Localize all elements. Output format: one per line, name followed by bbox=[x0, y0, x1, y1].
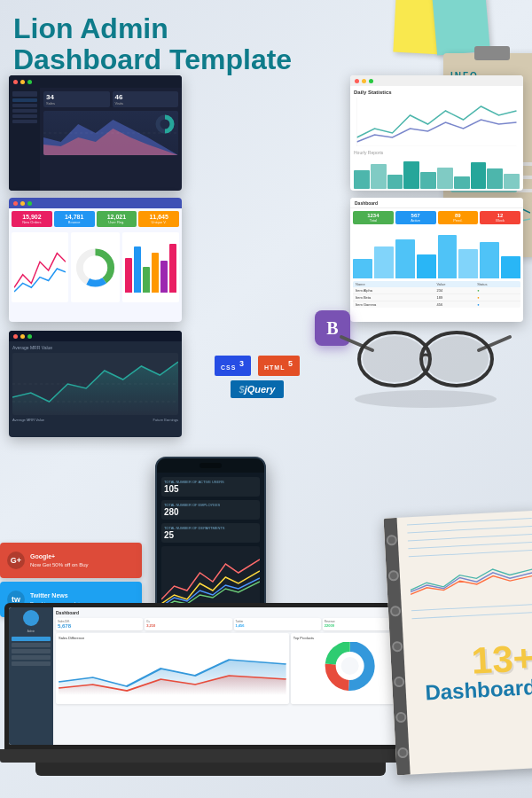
title-line2: Dashboard Template bbox=[13, 44, 292, 75]
dot-yellow bbox=[20, 334, 25, 339]
light-line-chart bbox=[354, 98, 520, 146]
laptop-main-chart: Sales Difference bbox=[56, 633, 289, 704]
lap-stat-1: Sales Diff. 5,678 bbox=[56, 618, 143, 630]
dot-red bbox=[13, 80, 18, 84]
dot-red bbox=[355, 79, 359, 83]
light-bar-chart bbox=[354, 158, 520, 189]
glasses-svg bbox=[337, 284, 514, 443]
laptop-title: Dashboard bbox=[56, 610, 79, 615]
laptop-menu-item bbox=[12, 643, 51, 647]
title-block: Lion Admin Dashboard Template bbox=[13, 13, 292, 75]
laptop-base bbox=[0, 749, 421, 763]
dark-chart bbox=[43, 111, 178, 155]
blue-topbar bbox=[9, 198, 182, 208]
notebook: 13+ Dashboard bbox=[384, 511, 532, 776]
laptop-avatar bbox=[23, 610, 39, 626]
screen-blue-dashboard: 15,902 New Orders 14,781 Bounce 12,021 U… bbox=[9, 198, 182, 322]
blue-bar-chart bbox=[122, 232, 179, 302]
screen-light-dashboard: Daily Statistics Hourly Reports bbox=[350, 75, 523, 191]
laptop-foot bbox=[35, 763, 386, 776]
dot-green bbox=[27, 201, 32, 206]
laptop-main: Dashboard Export Sales Diff. 5,678 G+ 3,… bbox=[53, 607, 412, 745]
dark-sidebar bbox=[9, 88, 40, 191]
laptop-charts: Sales Difference bbox=[56, 633, 410, 704]
svg-point-22 bbox=[355, 390, 497, 408]
lap-stat-2: G+ 3,210 bbox=[145, 618, 231, 630]
svg-point-28 bbox=[340, 657, 358, 675]
dark2-chart bbox=[12, 353, 178, 415]
dark2-title: Average MRR Value bbox=[12, 345, 178, 350]
tech-logos-area: B CSS 3 HTML 5 $jQuery bbox=[186, 341, 328, 412]
dot-green bbox=[369, 79, 373, 83]
title-line1: Lion Admin bbox=[13, 13, 292, 44]
light-content: Daily Statistics Hourly Reports bbox=[350, 86, 523, 191]
svg-marker-13 bbox=[12, 362, 178, 415]
dot-red bbox=[13, 201, 18, 206]
google-plus-card: G+ Google+ Now Get 50% off on Buy bbox=[0, 543, 142, 578]
laptop-sidebar: Admin bbox=[9, 607, 53, 745]
badge-label: Dashboard bbox=[415, 677, 532, 704]
badge-area: 13+ Dashboard bbox=[413, 639, 532, 704]
laptop-bezel: Admin Dashboard Export Sales Di bbox=[4, 603, 417, 749]
dot-yellow bbox=[20, 201, 25, 206]
jquery-row: $jQuery bbox=[231, 380, 285, 398]
css3-badge: CSS 3 bbox=[215, 356, 251, 375]
jquery-logo: $jQuery bbox=[231, 380, 285, 398]
google-plus-text: Google+ Now Get 50% off on Buy bbox=[30, 552, 89, 568]
dark-content: 34 Sales 46 Visits bbox=[40, 88, 182, 191]
mobile-notch bbox=[200, 463, 222, 468]
light-header: Daily Statistics bbox=[354, 90, 520, 95]
glasses-image bbox=[337, 284, 514, 443]
lap-stat-3: Twitter 1,456 bbox=[234, 618, 321, 630]
dark2-content: Average MRR Value Average MRR V bbox=[9, 341, 182, 426]
dot-red bbox=[13, 334, 18, 339]
html5-badge: HTML 5 bbox=[258, 356, 300, 375]
dot-green bbox=[27, 80, 32, 84]
dot-yellow bbox=[20, 80, 25, 84]
dark-donut bbox=[155, 114, 175, 134]
table-stats-row: 1234 Total 567 Active 89 Pend. 12 Block bbox=[350, 208, 523, 227]
notebook-small-chart bbox=[409, 558, 532, 599]
table-topbar: Dashboard bbox=[350, 198, 523, 208]
laptop-menu-item bbox=[12, 661, 51, 666]
google-plus-icon: G+ bbox=[7, 552, 25, 569]
screen-dark-dashboard: 34 Sales 46 Visits bbox=[9, 75, 182, 191]
notebook-content: 13+ Dashboard bbox=[400, 511, 532, 712]
dot-green bbox=[27, 334, 32, 339]
blue-stats-row: 15,902 New Orders 14,781 Bounce 12,021 U… bbox=[9, 208, 182, 230]
laptop-screen: Admin Dashboard Export Sales Di bbox=[9, 607, 412, 745]
laptop-menu-item bbox=[12, 649, 51, 653]
svg-point-20 bbox=[363, 336, 426, 382]
laptop-menu-active bbox=[12, 637, 51, 641]
css-html-row: CSS 3 HTML 5 bbox=[215, 356, 300, 375]
dot-yellow bbox=[362, 79, 366, 83]
mobile-notch-bar bbox=[157, 458, 264, 473]
blue-line-chart bbox=[12, 232, 68, 302]
lap-stat-1-value: 5,678 bbox=[58, 623, 141, 629]
laptop-menu-item bbox=[12, 655, 51, 660]
screen-dark2-dashboard: Average MRR Value Average MRR V bbox=[9, 331, 182, 437]
blue-charts-row bbox=[9, 230, 182, 305]
blue-donut-chart bbox=[71, 232, 120, 302]
svg-point-21 bbox=[425, 336, 489, 382]
